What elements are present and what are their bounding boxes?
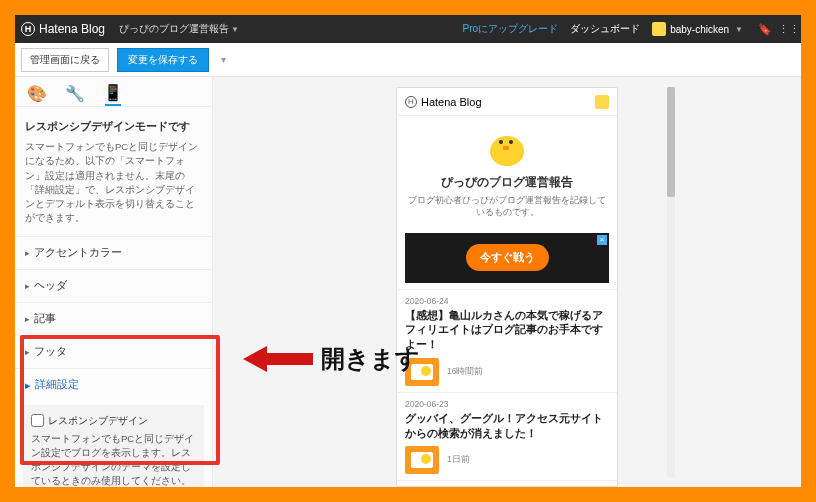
palette-icon[interactable]: 🎨 xyxy=(29,80,45,106)
hatena-logo-icon: H xyxy=(405,96,417,108)
preview-header: H Hatena Blog xyxy=(397,88,617,116)
blog-logo-icon xyxy=(487,130,527,166)
mode-desc: スマートフォンでもPCと同じデザインになるため、以下の「スマートフォン」設定は適… xyxy=(15,140,212,236)
responsive-checkbox[interactable] xyxy=(31,414,44,427)
chevron-right-icon: ▸ xyxy=(25,248,30,258)
avatar-icon xyxy=(652,22,666,36)
smartphone-icon[interactable]: 📱 xyxy=(105,80,121,106)
brand-text: Hatena Blog xyxy=(39,22,105,36)
apps-icon[interactable]: ⋮⋮ xyxy=(783,22,795,36)
upgrade-pro-link[interactable]: Proにアップグレード xyxy=(463,22,559,36)
save-button[interactable]: 変更を保存する xyxy=(117,48,209,72)
chevron-right-icon: ▸ xyxy=(25,314,30,324)
preview-brand: Hatena Blog xyxy=(421,96,482,108)
post-date: 2020-06-24 xyxy=(405,296,609,306)
post-item[interactable]: 2020-06-23 グッバイ、グーグル！アクセス元サイトからの検索が消えました… xyxy=(397,392,617,480)
sidebar-item-detail[interactable]: ▸詳細設定 xyxy=(15,368,212,401)
blog-title[interactable]: ぴっぴのブログ運営報告 xyxy=(407,174,607,191)
breadcrumb[interactable]: ぴっぴのブログ運営報告 xyxy=(119,22,229,36)
preview-area: H Hatena Blog ぴっぴのブログ運営報告 ブログ初心者ぴっぴがブログ運… xyxy=(213,77,801,487)
sidebar-item-accent[interactable]: ▸アクセントカラー xyxy=(15,236,212,269)
bookmark-icon[interactable]: 🔖 xyxy=(759,22,771,36)
responsive-checkbox-label: レスポンシブデザイン xyxy=(48,413,148,428)
chevron-right-icon: ▸ xyxy=(25,379,31,391)
hatena-logo-icon: H xyxy=(21,22,35,36)
back-button[interactable]: 管理画面に戻る xyxy=(21,48,109,72)
sidebar-item-label: 記事 xyxy=(34,312,56,326)
mobile-preview: H Hatena Blog ぴっぴのブログ運営報告 ブログ初心者ぴっぴがブログ運… xyxy=(396,87,618,487)
top-header: H Hatena Blog ぴっぴのブログ運営報告 ▼ Proにアップグレード … xyxy=(15,15,801,43)
sidebar-item-article[interactable]: ▸記事 xyxy=(15,302,212,335)
arrow-left-icon xyxy=(243,346,313,372)
wrench-icon[interactable]: 🔧 xyxy=(67,80,83,106)
sidebar-item-footer[interactable]: ▸フッタ xyxy=(15,335,212,368)
brand[interactable]: H Hatena Blog xyxy=(15,22,105,36)
blog-description: ブログ初心者ぴっぴがブログ運営報告を記録しているものです。 xyxy=(407,195,607,219)
caret-down-icon[interactable]: ▼ xyxy=(231,25,239,34)
post-ago: 1日前 xyxy=(447,454,470,466)
ad-close-icon[interactable]: × xyxy=(597,235,607,245)
annotation: 開きます xyxy=(243,343,420,375)
avatar-icon[interactable] xyxy=(595,95,609,109)
post-thumbnail xyxy=(405,446,439,474)
sidebar-item-label: アクセントカラー xyxy=(34,246,122,260)
post-title[interactable]: グッバイ、グーグル！アクセス元サイトからの検索が消えました！ xyxy=(405,411,609,440)
post-item[interactable]: 2020-06-24 【感想】亀山ルカさんの本気で稼げるアフィリエイトはブログ記… xyxy=(397,289,617,392)
post-title[interactable]: 【感想】亀山ルカさんの本気で稼げるアフィリエイトはブログ記事のお手本ですよー！ xyxy=(405,308,609,352)
chevron-right-icon: ▸ xyxy=(25,281,30,291)
scrollbar[interactable] xyxy=(667,87,675,477)
detail-panel: レスポンシブデザイン スマートフォンでもPCと同じデザイン設定でブログを表示しま… xyxy=(23,405,204,488)
caret-down-icon: ▼ xyxy=(735,25,743,34)
caret-down-icon[interactable]: ▾ xyxy=(221,54,226,65)
username: baby-chicken xyxy=(670,24,729,35)
post-item[interactable]: 2020-06-22 xyxy=(397,480,617,486)
toolbar: 管理画面に戻る 変更を保存する ▾ xyxy=(15,43,801,77)
sidebar-item-label: ヘッダ xyxy=(34,279,67,293)
scrollbar-thumb[interactable] xyxy=(667,87,675,197)
dashboard-link[interactable]: ダッシュボード xyxy=(570,22,640,36)
sidebar-item-label: 詳細設定 xyxy=(35,378,79,392)
sidebar-item-label: フッタ xyxy=(34,345,67,359)
chevron-right-icon: ▸ xyxy=(25,347,30,357)
post-date: 2020-06-23 xyxy=(405,399,609,409)
design-tabs: 🎨 🔧 📱 xyxy=(15,77,212,107)
ad-banner[interactable]: 今すぐ戦う × xyxy=(405,233,609,283)
detail-desc: スマートフォンでもPCと同じデザイン設定でブログを表示します。レスポンシブデザイ… xyxy=(31,433,194,487)
user-menu[interactable]: baby-chicken ▼ xyxy=(652,22,743,36)
post-ago: 16時間前 xyxy=(447,366,483,378)
mode-title: レスポンシブデザインモードです xyxy=(15,107,212,140)
sidebar: 🎨 🔧 📱 レスポンシブデザインモードです スマートフォンでもPCと同じデザイン… xyxy=(15,77,213,487)
sidebar-item-header[interactable]: ▸ヘッダ xyxy=(15,269,212,302)
annotation-text: 開きます xyxy=(321,343,420,375)
ad-cta-button[interactable]: 今すぐ戦う xyxy=(466,244,549,271)
